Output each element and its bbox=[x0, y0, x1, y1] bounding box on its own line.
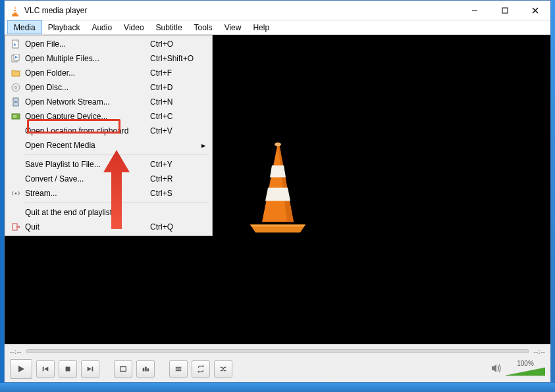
svg-point-23 bbox=[15, 87, 17, 89]
menu-item-open-disc[interactable]: Open Disc...Ctrl+D bbox=[7, 80, 211, 95]
menu-item-shortcut: Ctrl+V bbox=[150, 126, 199, 135]
svg-rect-3 bbox=[12, 14, 18, 16]
loop-button[interactable] bbox=[192, 360, 210, 378]
quit-icon bbox=[9, 222, 22, 232]
multiple-icon bbox=[9, 53, 22, 64]
menu-item-convert-save[interactable]: Convert / Save...Ctrl+R bbox=[7, 172, 211, 186]
menu-item-shortcut: Ctrl+O bbox=[150, 39, 199, 49]
svg-marker-14 bbox=[265, 188, 290, 201]
svg-rect-5 bbox=[502, 8, 508, 13]
menu-item-open-multiple-files[interactable]: Open Multiple Files...Ctrl+Shift+O bbox=[7, 51, 211, 66]
video-area[interactable]: Open File...Ctrl+OOpen Multiple Files...… bbox=[5, 35, 550, 344]
svg-marker-34 bbox=[44, 367, 48, 372]
menu-media[interactable]: Media bbox=[7, 20, 42, 34]
menu-item-stream[interactable]: Stream...Ctrl+S bbox=[7, 186, 211, 201]
svg-point-15 bbox=[275, 143, 281, 147]
menu-view[interactable]: View bbox=[219, 20, 248, 34]
menu-item-shortcut: Ctrl+N bbox=[150, 97, 199, 107]
time-elapsed: --:-- bbox=[10, 347, 22, 355]
folder-icon bbox=[9, 68, 22, 78]
disc-icon bbox=[9, 82, 22, 93]
speaker-icon[interactable] bbox=[491, 364, 502, 375]
menu-item-shortcut: Ctrl+Q bbox=[150, 222, 199, 232]
next-button[interactable] bbox=[81, 360, 99, 378]
svg-rect-40 bbox=[145, 367, 147, 372]
menu-item-shortcut: Ctrl+S bbox=[150, 189, 199, 198]
vlc-cone-icon bbox=[10, 5, 20, 16]
menubar: MediaPlaybackAudioVideoSubtitleToolsView… bbox=[5, 20, 550, 35]
svg-rect-41 bbox=[147, 369, 149, 372]
ext-button[interactable] bbox=[136, 360, 155, 378]
blank-icon bbox=[9, 174, 22, 184]
svg-marker-47 bbox=[492, 364, 496, 372]
seek-row: --:-- --:-- bbox=[5, 345, 550, 356]
menu-tools[interactable]: Tools bbox=[188, 20, 219, 34]
blank-icon bbox=[9, 126, 22, 136]
menu-item-open-file[interactable]: Open File...Ctrl+O bbox=[7, 37, 211, 51]
blank-icon bbox=[9, 207, 22, 218]
menu-item-open-location-from-clipboard[interactable]: Open Location from clipboardCtrl+V bbox=[7, 124, 211, 138]
shuffle-button[interactable] bbox=[214, 360, 232, 378]
titlebar[interactable]: VLC media player bbox=[5, 1, 550, 20]
menu-item-label: Save Playlist to File... bbox=[25, 160, 150, 169]
desktop-edge-bottom bbox=[0, 383, 555, 392]
close-button[interactable] bbox=[520, 1, 550, 20]
maximize-button[interactable] bbox=[490, 1, 520, 20]
menu-item-open-network-stream[interactable]: Open Network Stream...Ctrl+N bbox=[7, 95, 211, 109]
minimize-button[interactable] bbox=[460, 1, 490, 20]
menu-item-label: Quit at the end of playlist bbox=[25, 208, 150, 217]
menu-item-shortcut: Ctrl+R bbox=[150, 174, 199, 184]
svg-marker-37 bbox=[88, 367, 92, 372]
menu-item-quit[interactable]: QuitCtrl+Q bbox=[7, 220, 211, 234]
menu-item-quit-at-the-end-of-playlist[interactable]: Quit at the end of playlist bbox=[7, 205, 211, 220]
menu-item-label: Open Network Stream... bbox=[25, 97, 150, 107]
time-total: --:-- bbox=[533, 347, 545, 355]
fullscreen-button[interactable] bbox=[114, 360, 132, 378]
volume-percent: 100% bbox=[517, 360, 534, 367]
menu-item-shortcut: Ctrl+Y bbox=[150, 160, 199, 169]
desktop-edge-right bbox=[551, 0, 555, 383]
menu-item-shortcut: Ctrl+D bbox=[150, 83, 199, 92]
seek-slider[interactable] bbox=[26, 349, 530, 353]
menu-item-shortcut: Ctrl+Shift+O bbox=[150, 54, 199, 63]
menu-item-label: Stream... bbox=[25, 189, 150, 198]
menu-item-open-capture-device[interactable]: Open Capture Device...Ctrl+C bbox=[7, 109, 211, 124]
menu-video[interactable]: Video bbox=[118, 20, 149, 34]
svg-rect-30 bbox=[13, 224, 17, 230]
capture-icon bbox=[9, 111, 22, 122]
svg-marker-0 bbox=[13, 6, 17, 15]
playlist-button[interactable] bbox=[169, 360, 188, 378]
svg-marker-32 bbox=[18, 366, 24, 372]
window-title: VLC media player bbox=[24, 6, 87, 15]
blank-icon bbox=[9, 159, 22, 170]
svg-rect-2 bbox=[13, 11, 18, 12]
svg-rect-33 bbox=[43, 367, 44, 372]
stop-button[interactable] bbox=[59, 360, 77, 378]
menu-item-label: Open Disc... bbox=[25, 83, 150, 92]
menu-item-save-playlist-to-file[interactable]: Save Playlist to File...Ctrl+Y bbox=[7, 157, 211, 172]
file-icon bbox=[9, 39, 22, 49]
vlc-cone-logo bbox=[238, 139, 317, 240]
svg-rect-35 bbox=[66, 367, 70, 372]
menu-item-open-recent-media[interactable]: Open Recent Media▸ bbox=[7, 138, 211, 153]
svg-marker-45 bbox=[203, 365, 205, 367]
menu-item-label: Open Folder... bbox=[25, 68, 150, 78]
menu-item-open-folder[interactable]: Open Folder...Ctrl+F bbox=[7, 66, 211, 80]
menu-separator bbox=[25, 155, 209, 155]
prev-button[interactable] bbox=[36, 360, 55, 378]
svg-rect-1 bbox=[13, 9, 17, 10]
menu-playback[interactable]: Playback bbox=[42, 20, 86, 34]
svg-rect-36 bbox=[92, 367, 93, 372]
menu-audio[interactable]: Audio bbox=[86, 20, 118, 34]
svg-point-29 bbox=[15, 193, 17, 195]
svg-rect-28 bbox=[13, 115, 16, 118]
menu-item-label: Open Location from clipboard bbox=[25, 126, 150, 135]
svg-rect-39 bbox=[143, 368, 145, 372]
play-button[interactable] bbox=[10, 359, 32, 379]
stream-icon bbox=[9, 188, 22, 199]
svg-marker-48 bbox=[506, 368, 545, 376]
menu-help[interactable]: Help bbox=[247, 20, 275, 34]
menu-item-label: Convert / Save... bbox=[25, 174, 150, 184]
menu-subtitle[interactable]: Subtitle bbox=[150, 20, 188, 34]
volume-slider[interactable] bbox=[506, 367, 545, 379]
